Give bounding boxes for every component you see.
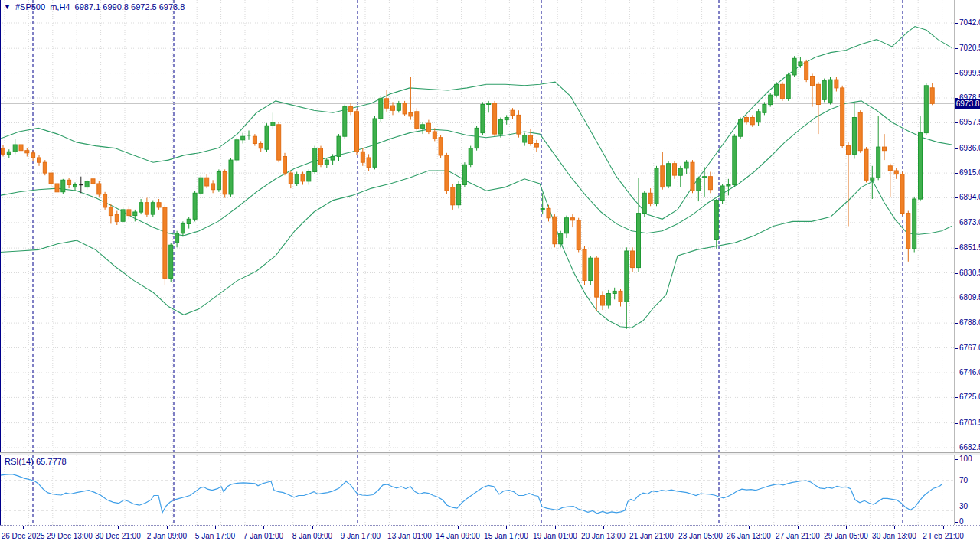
ohlc-open-value: 6987.1: [75, 2, 101, 11]
time-axis[interactable]: 26 Dec 202529 Dec 13:0030 Dec 21:002 Jan…: [0, 525, 980, 551]
time-tick-mark: [361, 526, 361, 529]
time-tick-label: 30 Jan 13:00: [872, 532, 916, 540]
time-tick-mark: [798, 526, 799, 529]
time-tick-label: 14 Jan 09:00: [436, 532, 480, 540]
rsi-tick-label: 100: [959, 455, 972, 463]
time-tick-label: 8 Jan 09:00: [292, 532, 332, 540]
time-tick-mark: [215, 526, 216, 529]
time-tick-label: 26 Jan 13:00: [727, 532, 771, 540]
price-tick-label: 6746.0: [959, 368, 980, 377]
time-tick-label: 27 Jan 21:00: [776, 532, 820, 540]
time-tick-mark: [263, 526, 264, 529]
price-tick-label: 6873.0: [959, 218, 980, 227]
price-axis[interactable]: 7042.07020.56999.56978.56957.56936.06915…: [954, 0, 980, 525]
bollinger-bands: [0, 27, 952, 328]
collapse-indicator-icon[interactable]: ▼: [4, 3, 11, 11]
price-tick-mark: [955, 348, 958, 349]
time-tick-label: 26 Dec 2025: [2, 532, 45, 540]
time-tick-label: 7 Jan 01:00: [243, 532, 283, 540]
ohlc-high-value: 6990.8: [103, 2, 129, 11]
time-tick-label: 29 Jan 05:00: [824, 532, 868, 540]
price-tick-mark: [955, 298, 958, 298]
price-tick-label: 6894.0: [959, 193, 980, 201]
rsi-tick-mark: [955, 522, 958, 523]
rsi-caption: RSI(14) 65.7778: [5, 457, 67, 466]
candles-layer: [2, 56, 935, 329]
rsi-tick-label: 30: [959, 502, 968, 510]
price-tick-label: 6809.5: [959, 293, 980, 302]
rsi-tick-mark: [955, 481, 958, 481]
price-tick-mark: [955, 173, 958, 174]
chart-ohlc-header: ▼#SP500_m,H4 6987.1 6990.8 6972.5 6973.8: [4, 2, 185, 11]
price-tick-label: 6767.0: [959, 344, 980, 352]
time-tick-mark: [118, 526, 119, 529]
time-tick-label: 15 Jan 17:00: [484, 532, 528, 540]
price-tick-label: 6725.0: [959, 393, 980, 401]
price-tick-label: 7020.5: [959, 44, 980, 52]
price-tick-mark: [955, 148, 958, 149]
price-tick-mark: [955, 122, 958, 123]
price-tick-label: 6915.0: [959, 168, 980, 177]
time-tick-mark: [458, 526, 459, 529]
time-tick-label: 29 Dec 13:00: [47, 532, 93, 540]
price-tick-mark: [955, 397, 958, 398]
time-tick-mark: [410, 526, 410, 529]
bollinger-lower-line: [0, 171, 952, 328]
price-tick-mark: [955, 223, 958, 223]
ohlc-close-value: 6973.8: [159, 2, 185, 11]
time-tick-mark: [70, 526, 70, 529]
rsi-tick-mark: [955, 507, 958, 507]
price-tick-mark: [955, 423, 958, 424]
rsi-indicator-name: RSI(14): [5, 457, 34, 466]
time-tick-mark: [603, 526, 604, 529]
time-tick-label: 21 Jan 21:00: [629, 532, 674, 540]
price-tick-mark: [955, 248, 958, 249]
price-tick-mark: [955, 323, 958, 324]
rsi-tick-mark: [955, 459, 958, 460]
ohlc-low-value: 6972.5: [131, 2, 157, 11]
price-tick-mark: [955, 273, 958, 274]
rsi-indicator-panel[interactable]: [0, 455, 954, 525]
price-tick-mark: [955, 23, 958, 24]
price-tick-label: 6999.5: [959, 69, 980, 77]
price-tick-label: 6830.5: [959, 269, 980, 277]
main-price-chart[interactable]: [0, 0, 954, 453]
time-tick-label: 2 Feb 21:00: [923, 532, 963, 540]
price-tick-mark: [955, 448, 958, 448]
price-tick-label: 6682.5: [959, 443, 980, 452]
symbol-timeframe-label: #SP500_m,H4: [15, 2, 70, 11]
time-tick-label: 9 Jan 17:00: [341, 532, 381, 540]
time-tick-mark: [167, 526, 168, 529]
rsi-line: [0, 474, 942, 514]
time-tick-mark: [312, 526, 313, 529]
time-tick-label: 5 Jan 17:00: [195, 532, 235, 540]
price-tick-label: 6936.0: [959, 144, 980, 152]
time-tick-mark: [555, 526, 556, 529]
time-tick-label: 20 Jan 13:00: [581, 532, 626, 540]
time-tick-mark: [701, 526, 701, 529]
bollinger-middle-line: [0, 101, 952, 236]
current-price-badge: 6973.8: [955, 99, 980, 109]
time-tick-mark: [652, 526, 652, 529]
time-tick-mark: [846, 526, 847, 529]
price-tick-label: 6851.5: [959, 243, 980, 252]
price-tick-label: 6957.5: [959, 118, 980, 126]
trading-terminal-window: ▼#SP500_m,H4 6987.1 6990.8 6972.5 6973.8…: [0, 0, 980, 551]
price-tick-mark: [955, 48, 958, 49]
price-tick-mark: [955, 73, 958, 74]
time-tick-label: 19 Jan 01:00: [533, 532, 577, 540]
rsi-tick-label: 70: [959, 476, 968, 484]
panel-resize-divider[interactable]: [0, 452, 980, 455]
time-tick-label: 13 Jan 01:00: [387, 532, 432, 540]
time-tick-mark: [506, 526, 507, 529]
time-tick-label: 30 Dec 21:00: [95, 532, 141, 540]
time-tick-mark: [943, 526, 944, 529]
price-tick-label: 7042.0: [959, 18, 980, 27]
price-tick-label: 6703.5: [959, 419, 980, 427]
price-tick-label: 6788.0: [959, 318, 980, 327]
time-tick-label: 2 Jan 09:00: [147, 532, 187, 540]
time-tick-mark: [23, 526, 24, 529]
time-tick-mark: [894, 526, 895, 529]
time-tick-mark: [749, 526, 750, 529]
time-tick-label: 23 Jan 05:00: [678, 532, 723, 540]
